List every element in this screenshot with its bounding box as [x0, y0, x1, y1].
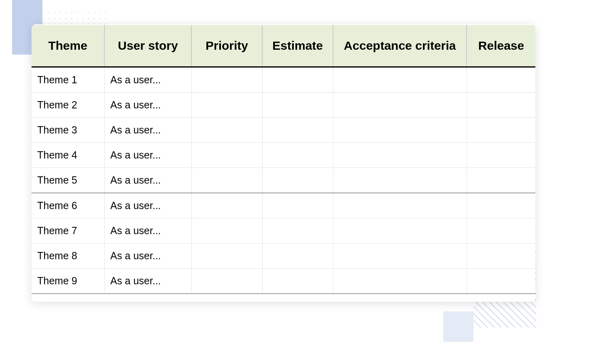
cell-theme: Theme 2 — [32, 93, 104, 118]
cell-user_story: As a user... — [104, 67, 191, 93]
cell-priority — [191, 193, 262, 218]
cell-priority — [191, 143, 262, 168]
cell-acceptance — [333, 118, 467, 143]
table-header-row: Theme User story Priority Estimate Accep… — [32, 25, 535, 67]
table-row: Theme 2As a user... — [32, 93, 535, 118]
cell-release — [467, 93, 535, 118]
table-row: Theme 5As a user... — [32, 168, 535, 193]
decorative-dot-grid — [40, 10, 109, 26]
backlog-table: Theme User story Priority Estimate Accep… — [32, 25, 535, 294]
col-header-priority: Priority — [191, 25, 262, 67]
col-header-release: Release — [467, 25, 535, 67]
col-header-theme: Theme — [32, 25, 104, 67]
cell-priority — [191, 269, 262, 294]
cell-theme: Theme 4 — [32, 143, 104, 168]
cell-theme: Theme 1 — [32, 67, 104, 93]
cell-priority — [191, 67, 262, 93]
cell-release — [467, 218, 535, 243]
table-footer-rule — [32, 294, 535, 294]
cell-priority — [191, 118, 262, 143]
cell-release — [467, 243, 535, 269]
cell-estimate — [262, 143, 333, 168]
cell-estimate — [262, 218, 333, 243]
cell-acceptance — [333, 143, 467, 168]
cell-acceptance — [333, 168, 467, 193]
decorative-blue-square-bottom — [443, 311, 473, 342]
cell-estimate — [262, 269, 333, 294]
col-header-user-story: User story — [104, 25, 191, 67]
cell-acceptance — [333, 218, 467, 243]
cell-acceptance — [333, 93, 467, 118]
cell-priority — [191, 93, 262, 118]
cell-user_story: As a user... — [104, 118, 191, 143]
cell-priority — [191, 218, 262, 243]
col-header-acceptance: Acceptance criteria — [333, 25, 467, 67]
cell-user_story: As a user... — [104, 193, 191, 218]
cell-estimate — [262, 168, 333, 193]
cell-theme: Theme 6 — [32, 193, 104, 218]
backlog-table-card: Theme User story Priority Estimate Accep… — [32, 24, 535, 302]
table-row: Theme 8As a user... — [32, 243, 535, 269]
cell-user_story: As a user... — [104, 218, 191, 243]
cell-estimate — [262, 118, 333, 143]
cell-priority — [191, 168, 262, 193]
cell-theme: Theme 9 — [32, 269, 104, 294]
table-row: Theme 7As a user... — [32, 218, 535, 243]
cell-release — [467, 269, 535, 294]
cell-acceptance — [333, 269, 467, 294]
cell-user_story: As a user... — [104, 168, 191, 193]
cell-priority — [191, 243, 262, 269]
cell-user_story: As a user... — [104, 93, 191, 118]
table-row: Theme 6As a user... — [32, 193, 535, 218]
cell-user_story: As a user... — [104, 269, 191, 294]
cell-theme: Theme 8 — [32, 243, 104, 269]
cell-user_story: As a user... — [104, 143, 191, 168]
cell-release — [467, 67, 535, 93]
table-row: Theme 9As a user... — [32, 269, 535, 294]
cell-theme: Theme 3 — [32, 118, 104, 143]
table-row: Theme 3As a user... — [32, 118, 535, 143]
cell-estimate — [262, 243, 333, 269]
cell-user_story: As a user... — [104, 243, 191, 269]
cell-acceptance — [333, 243, 467, 269]
cell-estimate — [262, 67, 333, 93]
cell-release — [467, 193, 535, 218]
cell-estimate — [262, 93, 333, 118]
table-row: Theme 4As a user... — [32, 143, 535, 168]
col-header-estimate: Estimate — [262, 25, 333, 67]
cell-theme: Theme 7 — [32, 218, 104, 243]
cell-estimate — [262, 193, 333, 218]
cell-theme: Theme 5 — [32, 168, 104, 193]
table-row: Theme 1As a user... — [32, 67, 535, 93]
cell-acceptance — [333, 193, 467, 218]
cell-release — [467, 168, 535, 193]
cell-release — [467, 143, 535, 168]
cell-acceptance — [333, 67, 467, 93]
cell-release — [467, 118, 535, 143]
